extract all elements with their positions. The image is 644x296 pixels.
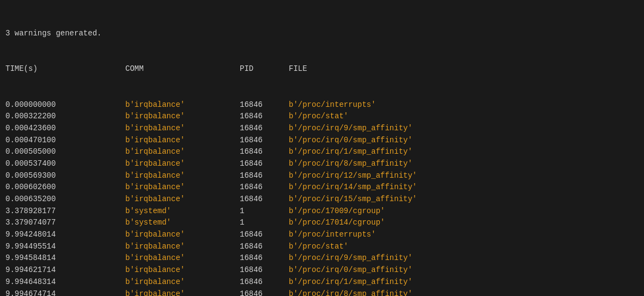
cell-time: 0.000423600 [5,123,125,135]
cell-pid: 16846 [240,170,289,182]
table-row: 0.000322200b'irqbalance'16846b'/proc/sta… [5,111,639,123]
cell-file: b'/proc/17009/cgroup' [289,206,385,218]
header-time: TIME(s) [5,63,125,75]
cell-comm: b'systemd' [125,217,240,229]
cell-comm: b'irqbalance' [125,123,240,135]
cell-time: 0.000602600 [5,182,125,194]
cell-time: 3.379074077 [5,217,125,229]
header-file: FILE [289,63,307,75]
cell-comm: b'irqbalance' [125,135,240,147]
cell-time: 9.994495514 [5,241,125,253]
cell-comm: b'irqbalance' [125,146,240,158]
data-rows-container: 0.000000000b'irqbalance'16846b'/proc/int… [5,99,639,297]
cell-file: b'/proc/irq/9/smp_affinity' [289,123,412,135]
table-row: 9.994674714b'irqbalance'16846b'/proc/irq… [5,288,639,297]
cell-file: b'/proc/irq/9/smp_affinity' [289,252,412,264]
cell-file: b'/proc/irq/8/smp_affinity' [289,288,412,297]
cell-pid: 16846 [240,264,289,276]
cell-file: b'/proc/irq/1/smp_affinity' [289,276,412,288]
cell-pid: 16846 [240,99,289,111]
cell-time: 0.000470100 [5,135,125,147]
cell-time: 9.994248014 [5,229,125,241]
header-comm: COMM [125,63,240,75]
cell-pid: 16846 [240,182,289,194]
cell-file: b'/proc/17014/cgroup' [289,217,385,229]
cell-file: b'/proc/irq/0/smp_affinity' [289,135,412,147]
cell-pid: 16846 [240,135,289,147]
table-row: 9.994584814b'irqbalance'16846b'/proc/irq… [5,252,639,264]
cell-file: b'/proc/irq/8/smp_affinity' [289,158,412,170]
table-row: 0.000602600b'irqbalance'16846b'/proc/irq… [5,182,639,194]
cell-comm: b'irqbalance' [125,252,240,264]
table-row: 3.378928177b'systemd'1b'/proc/17009/cgro… [5,206,639,218]
table-row: 9.994648314b'irqbalance'16846b'/proc/irq… [5,276,639,288]
cell-file: b'/proc/interrupts' [289,99,376,111]
cell-comm: b'irqbalance' [125,229,240,241]
cell-time: 0.000505000 [5,146,125,158]
cell-comm: b'irqbalance' [125,158,240,170]
cell-time: 0.000000000 [5,99,125,111]
cell-pid: 1 [240,217,289,229]
cell-time: 0.000322200 [5,111,125,123]
cell-comm: b'irqbalance' [125,276,240,288]
table-row: 9.994621714b'irqbalance'16846b'/proc/irq… [5,264,639,276]
cell-comm: b'irqbalance' [125,111,240,123]
cell-time: 0.000635200 [5,194,125,206]
cell-time: 9.994584814 [5,252,125,264]
terminal-output: 3 warnings generated. TIME(s) COMM PID F… [5,4,639,296]
cell-comm: b'systemd' [125,206,240,218]
cell-comm: b'irqbalance' [125,99,240,111]
table-row: 0.000569300b'irqbalance'16846b'/proc/irq… [5,170,639,182]
warning-line: 3 warnings generated. [5,28,639,40]
cell-comm: b'irqbalance' [125,182,240,194]
table-row: 0.000000000b'irqbalance'16846b'/proc/int… [5,99,639,111]
cell-pid: 16846 [240,241,289,253]
table-row: 3.379074077b'systemd'1b'/proc/17014/cgro… [5,217,639,229]
cell-time: 9.994674714 [5,288,125,297]
cell-comm: b'irqbalance' [125,194,240,206]
table-row: 0.000537400b'irqbalance'16846b'/proc/irq… [5,158,639,170]
table-row: 0.000505000b'irqbalance'16846b'/proc/irq… [5,146,639,158]
cell-time: 3.378928177 [5,206,125,218]
cell-file: b'/proc/stat' [289,241,348,253]
header-pid: PID [240,63,289,75]
cell-pid: 16846 [240,194,289,206]
cell-pid: 16846 [240,111,289,123]
cell-pid: 1 [240,206,289,218]
cell-pid: 16846 [240,146,289,158]
cell-time: 9.994648314 [5,276,125,288]
table-row: 0.000423600b'irqbalance'16846b'/proc/irq… [5,123,639,135]
cell-comm: b'irqbalance' [125,288,240,297]
table-row: 9.994495514b'irqbalance'16846b'/proc/sta… [5,241,639,253]
cell-pid: 16846 [240,158,289,170]
cell-pid: 16846 [240,252,289,264]
cell-pid: 16846 [240,229,289,241]
cell-comm: b'irqbalance' [125,241,240,253]
cell-file: b'/proc/irq/0/smp_affinity' [289,264,412,276]
cell-time: 9.994621714 [5,264,125,276]
cell-file: b'/proc/irq/12/smp_affinity' [289,170,417,182]
cell-pid: 16846 [240,123,289,135]
header-row: TIME(s) COMM PID FILE [5,63,639,75]
table-row: 0.000635200b'irqbalance'16846b'/proc/irq… [5,194,639,206]
cell-file: b'/proc/interrupts' [289,229,376,241]
cell-file: b'/proc/irq/14/smp_affinity' [289,182,417,194]
table-row: 9.994248014b'irqbalance'16846b'/proc/int… [5,229,639,241]
cell-file: b'/proc/irq/15/smp_affinity' [289,194,417,206]
cell-time: 0.000569300 [5,170,125,182]
table-row: 0.000470100b'irqbalance'16846b'/proc/irq… [5,135,639,147]
cell-file: b'/proc/irq/1/smp_affinity' [289,146,412,158]
cell-file: b'/proc/stat' [289,111,348,123]
cell-comm: b'irqbalance' [125,264,240,276]
cell-time: 0.000537400 [5,158,125,170]
cell-pid: 16846 [240,276,289,288]
cell-pid: 16846 [240,288,289,297]
cell-comm: b'irqbalance' [125,170,240,182]
